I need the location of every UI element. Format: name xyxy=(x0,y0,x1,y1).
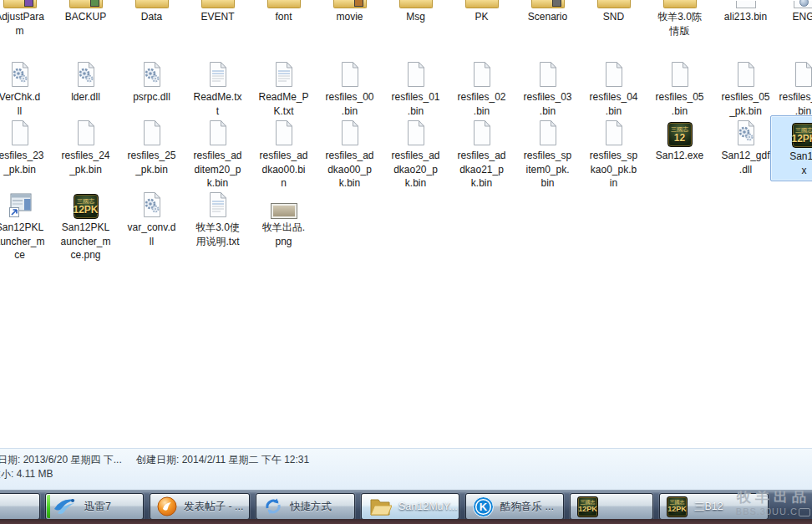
document-icon xyxy=(468,60,496,89)
file-name: SND xyxy=(603,10,624,24)
file-item[interactable]: resfiles_spitem0_pk.bin xyxy=(515,119,581,191)
taskbar-button-013[interactable]: 013 xyxy=(0,493,40,520)
san12-exe-icon: 三國志12 xyxy=(667,122,693,147)
document-icon xyxy=(534,60,562,89)
file-item[interactable]: var_conv.dll xyxy=(119,191,185,248)
file-item[interactable]: 三國志12San12.exe xyxy=(647,119,713,163)
taskbar-button-三B12[interactable]: 三國志12PK三B12 xyxy=(659,493,769,520)
folder-badge-icon xyxy=(354,0,363,7)
open-folder-icon xyxy=(368,496,392,517)
file-item[interactable]: resfiles_05_pk.bin xyxy=(713,60,779,118)
file-item[interactable]: AdjustParam xyxy=(0,0,53,38)
file-item[interactable]: lder.dll xyxy=(53,60,119,104)
file-item[interactable]: San12_gdf.dll xyxy=(713,119,779,176)
file-item[interactable]: EVENT xyxy=(185,0,251,24)
file-name: EVENT xyxy=(200,10,234,24)
file-name: resfiles_05_pk.bin xyxy=(721,90,769,118)
folder-icon xyxy=(663,0,697,8)
file-item[interactable]: resfiles_01.bin xyxy=(383,60,449,118)
file-item[interactable]: resfiles_additem20_pk.bin xyxy=(185,119,251,191)
file-name: 牧羊出品.png xyxy=(262,221,305,248)
file-item[interactable]: 牧羊3.0使用说明.txt xyxy=(185,191,251,248)
file-item[interactable]: font xyxy=(251,0,317,24)
file-item[interactable]: ENG xyxy=(770,0,812,24)
taskbar-button-label: 发表帖子 - ... xyxy=(184,500,244,514)
folder-icon xyxy=(267,0,301,8)
taskbar-button-San12MuY-[interactable]: San12MuY... xyxy=(361,493,459,520)
document-icon xyxy=(72,119,100,147)
folder-icon xyxy=(3,0,37,8)
folder-icon xyxy=(399,0,433,8)
modified-date-text: 修改日期: 2013/6/20 星期四 下... xyxy=(0,453,122,467)
file-item[interactable]: resfiles_04.bin xyxy=(581,60,647,118)
file-name: resfiles_spitem0_pk.bin xyxy=(524,149,571,191)
file-item[interactable]: resfiles_23_pk.bin xyxy=(0,119,53,176)
file-item[interactable]: ReadMe.txt xyxy=(185,60,251,118)
file-item[interactable]: San12PKLauncher_mce xyxy=(0,191,53,262)
folder-icon xyxy=(531,0,565,8)
file-name: resfiles_04.bin xyxy=(589,90,637,118)
file-item[interactable]: ali213.bin xyxy=(713,0,779,24)
document-icon xyxy=(534,119,562,147)
file-item[interactable]: resfiles_addkao00_pk.bin xyxy=(317,119,383,191)
file-name: font xyxy=(275,10,292,24)
file-item[interactable]: ReadMe_PK.txt xyxy=(251,60,317,118)
file-item[interactable]: VerChk.dll xyxy=(0,60,53,118)
file-item[interactable]: resfiles_24_pk.bin xyxy=(53,119,119,176)
taskbar-button-发表帖子-[interactable]: 发表帖子 - ... xyxy=(150,493,250,520)
file-item[interactable]: PK xyxy=(449,0,515,24)
taskbar-button-label: 快捷方式 xyxy=(290,500,332,514)
file-item[interactable]: resfiles_25_pk.bin xyxy=(119,119,185,176)
file-item[interactable]: resfiles_00.bin xyxy=(317,60,383,118)
file-item[interactable]: Data xyxy=(119,0,185,24)
document-icon xyxy=(204,60,232,89)
file-item[interactable]: psrpc.dll xyxy=(119,60,185,104)
file-name: ReadMe.txt xyxy=(193,90,241,118)
document-icon xyxy=(666,60,694,89)
file-name: ali213.bin xyxy=(724,10,767,24)
file-item[interactable]: resfiles_06.bin xyxy=(770,60,812,118)
created-date-text: 创建日期: 2014/2/11 星期二 下午 12:31 xyxy=(136,453,309,467)
document-icon xyxy=(468,119,496,147)
folder-icon xyxy=(333,0,367,8)
folder-icon xyxy=(135,0,169,8)
document-icon xyxy=(138,119,166,147)
file-item[interactable]: resfiles_spkao0_pk.bin xyxy=(581,119,647,191)
file-name: resfiles_addkao21_pk.bin xyxy=(457,149,505,191)
file-item[interactable]: 三國志12PKSan12x xyxy=(770,115,812,181)
taskbar-button-快捷方式[interactable]: 快捷方式 xyxy=(256,493,355,520)
file-item[interactable]: resfiles_addkao00.bin xyxy=(251,119,317,191)
file-item[interactable]: 三國志12PKSan12PKLauncher_mce.png xyxy=(53,191,119,262)
file-item[interactable]: 牧羊3.0陈情版 xyxy=(647,0,713,38)
file-item[interactable]: 牧羊出品.png xyxy=(251,191,317,248)
gear-icon xyxy=(799,0,809,7)
file-size-text: 大小: 4.11 MB xyxy=(0,467,53,481)
file-item[interactable]: resfiles_02.bin xyxy=(449,60,515,118)
file-name: Scenario xyxy=(528,10,567,24)
document-icon xyxy=(204,119,232,147)
file-item[interactable]: resfiles_addkao20_pk.bin xyxy=(383,119,449,191)
file-item[interactable]: resfiles_addkao21_pk.bin xyxy=(449,119,515,191)
file-item[interactable]: movie xyxy=(317,0,383,24)
file-item[interactable]: SND xyxy=(581,0,647,24)
file-item[interactable]: Scenario xyxy=(515,0,581,24)
taskbar-button-迅雷7[interactable]: 迅雷7 xyxy=(45,493,144,520)
taskbar-button-酷狗音乐-[interactable]: K酷狗音乐 ... xyxy=(465,493,564,520)
file-name: BACKUP xyxy=(65,10,106,24)
taskbar-button-san12pk-6[interactable]: 三國志12PK xyxy=(570,493,653,520)
document-icon xyxy=(138,60,166,89)
san12-pk-icon: 三國志12PK xyxy=(792,123,812,148)
taskbar-button-label: San12MuY... xyxy=(398,501,458,512)
launcher-shortcut-icon xyxy=(6,191,34,219)
file-item[interactable]: resfiles_05.bin xyxy=(647,60,713,118)
file-name: PK xyxy=(475,10,488,24)
document-icon xyxy=(402,119,430,147)
file-item[interactable]: BACKUP xyxy=(53,0,119,24)
file-name: lder.dll xyxy=(71,90,100,104)
file-name: resfiles_03.bin xyxy=(523,90,571,118)
file-name: resfiles_23_pk.bin xyxy=(0,149,44,176)
file-item[interactable]: Msg xyxy=(383,0,449,24)
file-name: resfiles_addkao00.bin xyxy=(259,149,307,191)
file-item[interactable]: resfiles_03.bin xyxy=(515,60,581,118)
file-name: movie xyxy=(336,10,363,24)
